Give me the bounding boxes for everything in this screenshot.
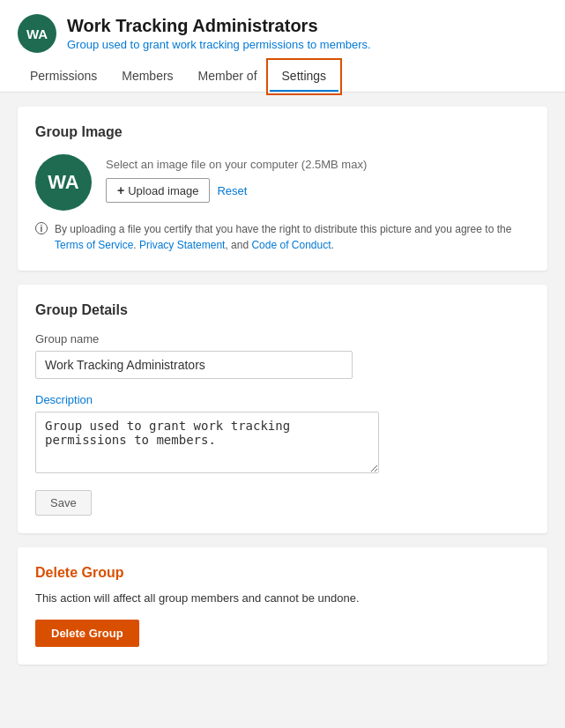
tab-members[interactable]: Members (109, 62, 185, 92)
header-avatar: WA (18, 14, 56, 53)
description-label: Description (35, 393, 530, 406)
header-top: WA Work Tracking Administrators Group us… (18, 14, 547, 53)
nav-tabs: Permissions Members Member of Settings (18, 62, 547, 92)
delete-section-title: Delete Group (35, 565, 530, 581)
tab-settings[interactable]: Settings (270, 62, 339, 92)
group-name-input[interactable] (35, 351, 353, 379)
page-header: WA Work Tracking Administrators Group us… (0, 0, 565, 93)
disclaimer: i By uploading a file you certify that y… (35, 221, 530, 253)
main-content: Group Image WA Select an image file on y… (0, 93, 565, 679)
delete-group-card: Delete Group This action will affect all… (18, 547, 547, 665)
group-details-card: Group Details Group name Description Sav… (18, 285, 547, 533)
group-details-title: Group Details (35, 302, 530, 318)
conduct-link[interactable]: Code of Conduct (251, 239, 331, 251)
group-image-section: WA Select an image file on your computer… (35, 154, 530, 253)
tab-permissions[interactable]: Permissions (18, 62, 109, 92)
description-input[interactable] (35, 412, 379, 473)
upload-label: Upload image (128, 184, 198, 197)
image-row: WA Select an image file on your computer… (35, 154, 530, 211)
header-info: Work Tracking Administrators Group used … (67, 16, 371, 51)
header-title: Work Tracking Administrators (67, 16, 371, 36)
upload-image-button[interactable]: + Upload image (106, 178, 210, 203)
delete-warning: This action will affect all group member… (35, 590, 530, 607)
terms-link[interactable]: Terms of Service (55, 239, 133, 251)
group-avatar: WA (35, 154, 92, 211)
image-buttons: + Upload image Reset (106, 178, 367, 203)
plus-icon: + (117, 183, 124, 197)
disclaimer-and: and (231, 239, 249, 251)
group-image-card: Group Image WA Select an image file on y… (18, 107, 547, 271)
disclaimer-text: By uploading a file you certify that you… (55, 221, 530, 253)
image-controls: Select an image file on your computer (2… (106, 154, 367, 203)
header-subtitle: Group used to grant work tracking permis… (67, 38, 371, 51)
save-button[interactable]: Save (35, 490, 92, 516)
name-field-group: Group name (35, 332, 530, 379)
reset-button[interactable]: Reset (217, 180, 247, 202)
name-label: Group name (35, 332, 530, 345)
group-image-title: Group Image (35, 124, 530, 140)
info-icon: i (35, 222, 48, 234)
description-field-group: Description (35, 393, 530, 476)
tab-member-of[interactable]: Member of (186, 62, 270, 92)
privacy-link[interactable]: Privacy Statement (139, 239, 225, 251)
image-hint: Select an image file on your computer (2… (106, 158, 367, 171)
delete-group-button[interactable]: Delete Group (35, 620, 139, 647)
